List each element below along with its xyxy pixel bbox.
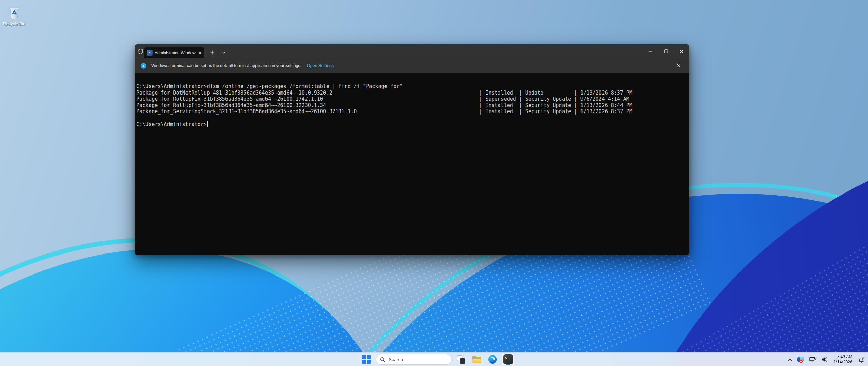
running-app-indicator	[506, 364, 510, 365]
start-button[interactable]	[360, 353, 372, 366]
package-row: Package_for_RollupFix~31bf3856ad364e35~a…	[136, 102, 689, 109]
terminal-command-line: C:\Users\Administrator>dism /online /get…	[136, 83, 689, 90]
terminal-prompt: C:\Users\Administrator>	[136, 121, 207, 128]
recycle-bin-shortcut[interactable]: Recycle Bin	[3, 4, 26, 26]
task-view-button[interactable]	[455, 353, 467, 366]
terminal-blank-line	[136, 115, 689, 121]
close-icon[interactable]	[674, 44, 689, 58]
titlebar-divider	[219, 50, 219, 56]
banner-message: Windows Terminal can be set as the defau…	[151, 63, 301, 68]
system-tray: 7:43 AM 1/14/2026 z z	[787, 353, 866, 365]
terminal-titlebar[interactable]: >_ Administrator: Windows Pow	[135, 44, 689, 58]
default-terminal-banner: i Windows Terminal can be set as the def…	[135, 58, 689, 73]
notification-bell-icon: z z	[857, 356, 865, 363]
minimize-icon[interactable]	[643, 44, 658, 58]
network-button[interactable]	[808, 354, 818, 365]
taskbar-search[interactable]	[376, 354, 452, 365]
terminal-tab[interactable]: >_ Administrator: Windows Pow	[144, 47, 204, 58]
package-row: Package_for_ServicingStack_32131~31bf385…	[136, 108, 689, 115]
tray-status-button[interactable]	[796, 354, 806, 365]
clock-time: 7:43 AM	[833, 354, 852, 360]
search-icon	[380, 357, 386, 362]
terminal-window: >_ Administrator: Windows Pow	[135, 44, 689, 255]
tray-status-icon	[797, 356, 805, 363]
powershell-icon: >_	[147, 50, 153, 56]
tab-title: Administrator: Windows Pow	[155, 50, 196, 55]
tab-dropdown-icon[interactable]	[220, 47, 228, 58]
new-tab-icon[interactable]	[207, 47, 217, 58]
recycle-bin-label: Recycle Bin	[3, 22, 26, 26]
terminal-icon: >_	[503, 354, 513, 364]
info-icon: i	[141, 63, 146, 69]
file-explorer-icon	[472, 355, 482, 364]
package-row: Package_for_DotNetRollup_481~31bf3856ad3…	[136, 90, 689, 96]
edge-icon	[488, 355, 497, 364]
banner-dismiss-icon[interactable]	[674, 61, 684, 71]
file-explorer-button[interactable]	[471, 353, 483, 366]
admin-shield-icon	[138, 49, 143, 56]
svg-text:z: z	[864, 356, 865, 358]
package-row: Package_for_RollupFix~31bf3856ad364e35~a…	[136, 96, 689, 102]
notification-bell-button[interactable]: z z	[856, 354, 866, 365]
taskbar-clock[interactable]: 7:43 AM 1/14/2026	[832, 354, 854, 365]
terminal-taskbar-button[interactable]: >_	[502, 353, 514, 366]
edge-button[interactable]	[486, 353, 498, 366]
search-input[interactable]	[389, 357, 443, 362]
tray-chevron-icon	[788, 358, 792, 361]
recycle-bin-icon	[8, 4, 21, 20]
clock-date: 1/14/2026	[833, 360, 852, 365]
network-icon	[809, 357, 817, 363]
maximize-icon[interactable]	[658, 44, 674, 58]
volume-icon	[822, 357, 828, 362]
window-controls	[643, 44, 689, 58]
terminal-content-area[interactable]: C:\Users\Administrator>dism /online /get…	[135, 73, 689, 255]
taskbar: >_	[0, 352, 868, 366]
task-view-icon	[457, 355, 466, 364]
taskbar-center-group: >_	[360, 353, 514, 365]
open-settings-link[interactable]: Open Settings	[307, 63, 334, 68]
desktop: Recycle Bin >_ Administrator: Windows Po…	[0, 0, 868, 366]
tray-overflow-button[interactable]	[787, 354, 793, 365]
start-icon	[362, 355, 371, 364]
volume-button[interactable]	[821, 354, 829, 365]
tab-close-icon[interactable]	[198, 51, 202, 55]
terminal-prompt-line: C:\Users\Administrator>	[136, 121, 689, 128]
terminal-cursor	[207, 121, 208, 127]
